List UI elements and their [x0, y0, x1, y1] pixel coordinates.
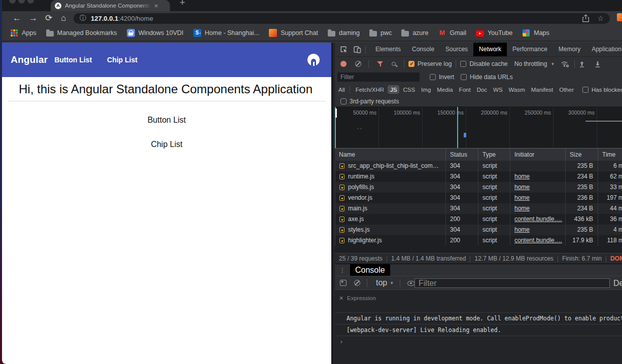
has-blocked-cookies-checkbox[interactable] — [582, 87, 589, 93]
home-icon[interactable]: ⌂ — [61, 11, 66, 25]
more-menu-icon[interactable]: ⋮ — [339, 268, 345, 273]
devtools-tab-console[interactable]: Console — [406, 43, 440, 56]
reload-icon[interactable]: ⟳ — [45, 11, 52, 25]
forward-arrow-icon[interactable]: → — [29, 11, 38, 25]
extension-icon[interactable] — [617, 13, 622, 21]
devtools-tab-sources[interactable]: Sources — [440, 43, 473, 56]
filter-chip-js[interactable]: JS — [388, 85, 399, 94]
hide-data-urls-checkbox[interactable] — [461, 74, 467, 80]
default-levels-select[interactable]: Default levels — [613, 276, 622, 290]
request-row[interactable]: polyfills.js304scripthome235 B33 ms — [335, 182, 622, 193]
site-info-icon[interactable]: ⓘ — [80, 14, 86, 23]
request-initiator[interactable]: home — [510, 203, 565, 214]
bookmark-item[interactable]: Windows 10VDI — [127, 29, 184, 37]
request-initiator[interactable] — [510, 161, 565, 171]
request-row[interactable]: axe.js200scriptcontent.bundle.…436 kB36 … — [335, 214, 622, 225]
devtools-tab-elements[interactable]: Elements — [370, 43, 406, 56]
minimize-window-button[interactable] — [18, 0, 25, 4]
request-initiator[interactable]: content.bundle.… — [510, 235, 565, 246]
filter-chip-img[interactable]: Img — [419, 85, 433, 94]
filter-chip-wasm[interactable]: Wasm — [506, 85, 528, 94]
search-icon[interactable] — [392, 62, 396, 66]
app-nav-chip-list[interactable]: Chip List — [107, 56, 137, 64]
column-header-initiator[interactable]: Initiator — [510, 149, 565, 161]
filter-chip-css[interactable]: CSS — [400, 85, 418, 94]
throttling-select[interactable]: No throttling — [514, 60, 547, 67]
bookmark-item[interactable]: pwc — [369, 29, 392, 37]
bookmark-item[interactable]: MGmail — [438, 29, 466, 37]
browser-tab[interactable]: A Angular Standalone Components Applicat… — [51, 0, 170, 11]
invert-checkbox[interactable] — [430, 74, 436, 80]
network-conditions-icon[interactable] — [561, 60, 569, 67]
context-select[interactable]: top — [376, 278, 387, 287]
request-row[interactable]: vendor.js304scripthome236 B197 ms — [335, 193, 622, 203]
column-header-type[interactable]: Type — [478, 149, 510, 161]
app-nav-button-list[interactable]: Button List — [54, 56, 92, 64]
devtools-tab-network[interactable]: Network — [473, 43, 507, 56]
request-row[interactable]: runtime.js304scripthome234 B62 ms — [335, 171, 622, 182]
request-initiator[interactable]: home — [510, 182, 565, 193]
request-row[interactable]: src_app_chip-list_chip-list_com…304scrip… — [335, 161, 622, 171]
request-initiator[interactable]: home — [510, 171, 565, 182]
console-filter-input[interactable]: Filter — [414, 278, 610, 288]
bookmark-item[interactable]: SHome - Shanghai... — [193, 29, 260, 37]
filter-chip-manifest[interactable]: Manifest — [529, 85, 556, 94]
github-icon[interactable] — [307, 54, 320, 66]
clear-icon[interactable] — [355, 61, 361, 67]
devtools-tab-performance[interactable]: Performance — [507, 43, 553, 56]
devtools-tab-memory[interactable]: Memory — [553, 43, 586, 56]
request-initiator[interactable]: content.bundle.… — [510, 214, 565, 225]
devtools-tab-application[interactable]: Application — [586, 43, 622, 56]
bookmark-item[interactable]: daming — [328, 29, 360, 37]
app-link-button-list[interactable]: Button List — [2, 116, 331, 125]
preserve-log-checkbox[interactable] — [408, 61, 414, 67]
export-har-icon[interactable] — [595, 61, 601, 67]
zoom-window-button[interactable] — [27, 0, 34, 4]
bookmark-item[interactable]: Apps — [10, 29, 37, 37]
console-tab[interactable]: Console — [350, 264, 390, 276]
bookmark-item[interactable]: Managed Bookmarks — [46, 29, 117, 37]
inspect-element-icon[interactable] — [340, 46, 348, 53]
close-tab-icon[interactable]: × — [154, 2, 158, 10]
console-sidebar-icon[interactable] — [340, 280, 347, 286]
filter-chip-ws[interactable]: WS — [491, 85, 505, 94]
filter-chip-doc[interactable]: Doc — [474, 85, 490, 94]
app-link-chip-list[interactable]: Chip List — [2, 140, 331, 149]
new-tab-button[interactable]: + — [180, 0, 185, 8]
record-icon[interactable] — [340, 61, 347, 67]
network-filter-input[interactable]: Filter — [337, 72, 420, 82]
overview-grip[interactable] — [335, 108, 337, 118]
column-header-size[interactable]: Size — [565, 149, 598, 161]
bookmark-item[interactable]: azure — [401, 29, 428, 37]
clear-console-icon[interactable] — [354, 280, 360, 286]
import-har-icon[interactable] — [579, 61, 585, 67]
request-initiator[interactable]: home — [510, 193, 565, 203]
device-toolbar-icon[interactable] — [354, 46, 361, 53]
column-header-name[interactable]: Name — [335, 149, 445, 161]
request-initiator[interactable]: home — [510, 225, 565, 235]
filter-chip-all[interactable]: All — [336, 85, 348, 94]
close-icon[interactable]: ✕ — [339, 295, 343, 302]
disable-cache-checkbox[interactable] — [460, 61, 466, 67]
filter-chip-other[interactable]: Other — [557, 85, 576, 94]
address-bar[interactable]: ⓘ 127.0.0.1:4200/home ☆ — [74, 13, 610, 24]
star-bookmark-icon[interactable]: ☆ — [597, 14, 604, 22]
filter-funnel-icon[interactable] — [377, 61, 384, 67]
console-prompt-chevron[interactable]: › — [335, 336, 622, 345]
live-expression-row[interactable]: ✕ Expression — [335, 290, 622, 312]
third-party-checkbox[interactable] — [340, 98, 347, 104]
back-arrow-icon[interactable]: ← — [13, 11, 21, 25]
column-header-status[interactable]: Status — [445, 149, 478, 161]
filter-chip-font[interactable]: Font — [457, 85, 473, 94]
bookmark-item[interactable]: YouTube — [476, 29, 512, 37]
column-header-time[interactable]: Time — [598, 149, 622, 161]
network-overview[interactable]: 50000 ms100000 ms150000 ms200000 ms25000… — [335, 107, 622, 149]
filter-chip-fetch-xhr[interactable]: Fetch/XHR — [353, 85, 387, 94]
request-row[interactable]: highlighter.js200scriptcontent.bundle.…1… — [335, 235, 622, 246]
request-row[interactable]: main.js304scripthome234 B44 ms — [335, 203, 622, 214]
close-window-button[interactable] — [9, 0, 16, 4]
share-icon[interactable] — [582, 14, 589, 22]
request-row[interactable]: styles.js304scripthome235 B4 ms — [335, 225, 622, 235]
bookmark-item[interactable]: Maps — [522, 29, 549, 37]
bookmark-item[interactable]: Support Chat — [269, 29, 318, 37]
